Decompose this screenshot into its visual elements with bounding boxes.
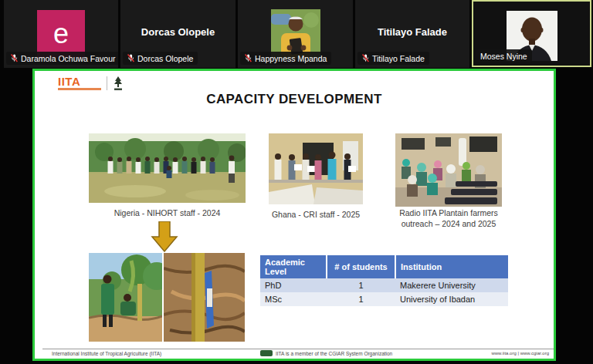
table-row: PhD 1 Makerere University xyxy=(260,278,508,292)
footer-center-text: IITA is a member of the CGIAR System Org… xyxy=(276,351,392,356)
participant-name-tag: Happyness Mpanda xyxy=(240,52,331,65)
zoom-meeting-window: e Daramola Ochuwa Favour Dorcas Olopele … xyxy=(0,0,593,364)
iita-logo: IITA xyxy=(58,76,101,90)
participant-name-tag: Dorcas Olopele xyxy=(123,52,198,65)
header-institution: Institution xyxy=(395,255,508,278)
mic-muted-icon xyxy=(11,54,18,62)
header-academic-level: Academic Level xyxy=(260,255,327,278)
avatar: e xyxy=(37,10,85,58)
mic-muted-icon xyxy=(127,54,134,62)
participant-center-name: Titilayo Falade xyxy=(355,26,469,38)
cgiar-badge-icon xyxy=(260,350,273,356)
caption-radio-line2: outreach – 2024 and 2025 xyxy=(395,219,502,228)
participant-name: Daramola Ochuwa Favour xyxy=(21,54,116,63)
footer-websites: www.iita.org | www.cgiar.org xyxy=(491,351,549,356)
participant-tile-dorcas[interactable]: Dorcas Olopele Dorcas Olopele xyxy=(120,0,236,68)
participant-name: Dorcas Olopele xyxy=(137,54,193,63)
participant-tile-daramola[interactable]: e Daramola Ochuwa Favour xyxy=(4,0,118,68)
cell-institution: Makerere University xyxy=(395,278,508,292)
photo-nigeria-group xyxy=(89,133,246,203)
participant-name: Moses Nyine xyxy=(480,52,527,61)
cell-count: 1 xyxy=(327,292,395,306)
students-table: Academic Level # of students Institution… xyxy=(260,255,508,306)
table-row: MSc 1 University of Ibadan xyxy=(260,292,508,306)
participant-tile-moses-active-speaker[interactable]: Moses Nyine xyxy=(472,0,591,67)
header-num-students: # of students xyxy=(327,255,395,278)
caption-ghana: Ghana - CRI staff - 2025 xyxy=(269,210,363,219)
cell-level: MSc xyxy=(260,292,327,306)
caption-radio-line1: Radio IITA Plantain farmers xyxy=(395,208,502,217)
cell-level: PhD xyxy=(260,278,327,292)
photo-radio-outreach xyxy=(395,133,502,207)
participant-name-tag: Titilayo Falade xyxy=(357,52,429,65)
footer-left-text: International Institute of Tropical Agri… xyxy=(52,351,161,356)
presentation-slide: IITA CAPACITY DEVELOPMENT xyxy=(35,71,554,359)
shared-screen-viewport: IITA CAPACITY DEVELOPMENT xyxy=(32,69,556,361)
participant-tile-happyness[interactable]: Happyness Mpanda xyxy=(238,0,353,68)
participant-name-tag: Moses Nyine xyxy=(476,49,532,62)
slide-logo-group: IITA xyxy=(58,76,124,91)
mic-muted-icon xyxy=(362,54,369,62)
cgiar-tree-icon xyxy=(113,76,124,91)
participant-name: Titilayo Falade xyxy=(372,54,425,63)
table-header-row: Academic Level # of students Institution xyxy=(260,255,508,278)
photo-field-work xyxy=(89,253,162,342)
footer-center-group: IITA is a member of the CGIAR System Org… xyxy=(260,350,392,356)
participant-tile-titilayo[interactable]: Titilayo Falade Titilayo Falade xyxy=(355,0,469,68)
participant-name-tag: Daramola Ochuwa Favour xyxy=(6,52,118,65)
cell-count: 1 xyxy=(327,278,395,292)
photo-stem-tag xyxy=(164,253,245,342)
mic-muted-icon xyxy=(245,54,252,62)
photo-ghana-staff xyxy=(269,133,363,204)
footer-divider xyxy=(42,349,554,349)
cell-institution: University of Ibadan xyxy=(395,292,508,306)
caption-nigeria: Nigeria - NIHORT staff - 2024 xyxy=(89,208,246,217)
slide-title: CAPACITY DEVELOPMENT xyxy=(35,92,554,107)
down-arrow-icon xyxy=(151,221,178,252)
participant-name: Happyness Mpanda xyxy=(255,54,327,63)
participant-center-name: Dorcas Olopele xyxy=(120,26,236,38)
logo-divider xyxy=(107,76,107,90)
